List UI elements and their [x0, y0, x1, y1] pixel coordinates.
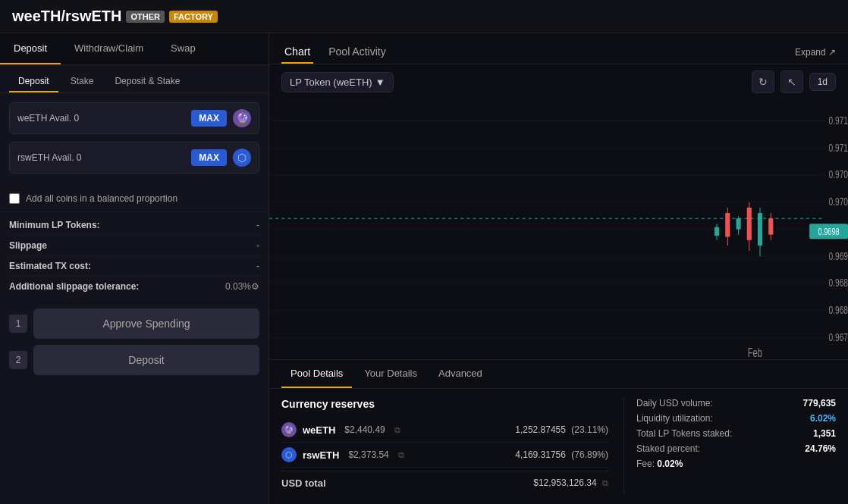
slippage-tolerance-row: Additional slippage tolerance: 0.03%⚙: [9, 277, 259, 296]
usd-total-label: USD total: [281, 477, 326, 489]
svg-rect-27: [747, 208, 752, 240]
fee-row: Fee: 0.02%: [636, 459, 836, 469]
lp-staked-row: Total LP Tokens staked: 1,351: [636, 428, 836, 439]
slippage-row: Slippage -: [9, 236, 259, 256]
lp-staked-label: Total LP Tokens staked:: [636, 428, 732, 439]
chart-svg: 0.9715 0.9710 0.9705 0.9700 0.9695 0.969…: [269, 99, 848, 359]
weeth-reserve-amount: 1,252.87455 (23.11%): [515, 424, 608, 435]
weeth-icon: 🔮: [233, 109, 251, 127]
rsweth-max-button[interactable]: MAX: [191, 149, 227, 166]
svg-text:Feb: Feb: [748, 346, 762, 359]
svg-text:0.9705: 0.9705: [829, 169, 848, 181]
expand-icon: ↗: [828, 47, 836, 58]
fee-label: Fee:: [636, 459, 655, 469]
pool-content: Currency reserves 🔮 weETH $2,440.49 ⧉ 1,…: [269, 389, 848, 504]
svg-rect-23: [725, 213, 730, 236]
sub-tab-deposit[interactable]: Deposit: [9, 71, 58, 92]
rsweth-reserve-name: rswETH: [303, 449, 339, 461]
pool-section: Pool Details Your Details Advanced Curre…: [269, 359, 848, 504]
main-tabs: Deposit Withdraw/Claim Swap: [0, 33, 269, 65]
rsweth-reserve-amount: 4,169.31756 (76.89%): [515, 449, 608, 460]
lp-staked-value: 1,351: [813, 428, 836, 439]
badge-factory: FACTORY: [169, 11, 218, 23]
cursor-button[interactable]: ↖: [780, 70, 803, 93]
svg-text:0.9715: 0.9715: [829, 114, 848, 127]
rsweth-label: rswETH Avail. 0: [17, 152, 185, 163]
balanced-label: Add all coins in a balanced proportion: [26, 193, 177, 204]
weeth-input-row: weETH Avail. 0 MAX 🔮: [9, 102, 259, 134]
svg-text:0.9690: 0.9690: [829, 250, 848, 262]
lp-token-selector[interactable]: LP Token (weETH) ▼: [281, 72, 394, 92]
step-2: 2: [9, 351, 27, 369]
timeframe-button[interactable]: 1d: [809, 73, 836, 91]
chart-right-controls: ↻ ↖ 1d: [752, 70, 836, 93]
rsweth-input-row: rswETH Avail. 0 MAX ⬡: [9, 142, 259, 174]
tab-pool-details[interactable]: Pool Details: [281, 360, 352, 388]
info-section: Minimum LP Tokens: - Slippage - Estimate…: [0, 211, 269, 299]
sub-tab-stake[interactable]: Stake: [61, 71, 103, 92]
tx-cost-row: Estimated TX cost: -: [9, 256, 259, 277]
usd-total-row: USD total $12,953,126.34 ⧉: [281, 471, 608, 495]
svg-text:0.9700: 0.9700: [829, 196, 848, 208]
svg-rect-29: [758, 213, 762, 246]
usd-copy-icon[interactable]: ⧉: [602, 478, 608, 487]
approve-spending-button[interactable]: Approve Spending: [33, 308, 259, 339]
slippage-tolerance-value: 0.03%⚙: [225, 281, 259, 292]
chart-section: Chart Pool Activity Expand ↗ LP Token (w…: [269, 33, 848, 359]
currency-reserves-title: Currency reserves: [281, 398, 608, 410]
min-lp-label: Minimum LP Tokens:: [9, 220, 100, 230]
weeth-max-button[interactable]: MAX: [191, 110, 227, 127]
daily-volume-label: Daily USD volume:: [636, 398, 713, 409]
tx-cost-label: Estimated TX cost:: [9, 261, 91, 271]
token-inputs: weETH Avail. 0 MAX 🔮 rswETH Avail. 0 MAX…: [0, 93, 269, 190]
weeth-reserve-usd: $2,440.49: [344, 424, 385, 435]
svg-text:0.9680: 0.9680: [829, 304, 848, 316]
svg-text:0.9710: 0.9710: [829, 142, 848, 154]
rsweth-icon: ⬡: [233, 149, 251, 167]
svg-text:0.9685: 0.9685: [829, 277, 848, 290]
slippage-tolerance-label: Additional slippage tolerance:: [9, 281, 139, 292]
deposit-row: 2 Deposit: [9, 345, 259, 375]
pool-tabs: Pool Details Your Details Advanced: [269, 360, 848, 389]
tab-advanced[interactable]: Advanced: [429, 360, 492, 388]
usd-total-value: $12,953,126.34 ⧉: [533, 477, 608, 489]
tab-chart[interactable]: Chart: [281, 41, 313, 64]
chart-controls: LP Token (weETH) ▼ ↻ ↖ 1d: [269, 64, 848, 99]
chart-tabs: Chart Pool Activity Expand ↗: [269, 33, 848, 64]
header: weeTH/rswETH OTHER FACTORY: [0, 0, 848, 33]
daily-volume-row: Daily USD volume: 779,635: [636, 398, 836, 409]
pool-right: Daily USD volume: 779,635 Liquidity util…: [623, 398, 836, 495]
min-lp-value: -: [256, 220, 259, 230]
sub-tabs: Deposit Stake Deposit & Stake: [0, 65, 269, 93]
badge-other: OTHER: [126, 11, 165, 23]
weeth-label: weETH Avail. 0: [17, 113, 185, 124]
balanced-row: Add all coins in a balanced proportion: [0, 190, 269, 211]
svg-rect-21: [715, 227, 719, 236]
slippage-value: -: [256, 240, 259, 251]
min-lp-row: Minimum LP Tokens: -: [9, 215, 259, 236]
expand-button[interactable]: Expand ↗: [795, 47, 836, 58]
tab-withdraw[interactable]: Withdraw/Claim: [61, 33, 157, 64]
right-panel: Chart Pool Activity Expand ↗ LP Token (w…: [269, 33, 848, 504]
weeth-reserve-name: weETH: [303, 424, 335, 436]
liquidity-value: 6.02%: [810, 413, 836, 424]
pool-left: Currency reserves 🔮 weETH $2,440.49 ⧉ 1,…: [281, 398, 608, 495]
tab-your-details[interactable]: Your Details: [355, 360, 426, 388]
deposit-button[interactable]: Deposit: [33, 345, 259, 375]
balanced-checkbox[interactable]: [9, 193, 20, 204]
tab-pool-activity[interactable]: Pool Activity: [325, 41, 388, 64]
weeth-copy-icon[interactable]: ⧉: [394, 425, 400, 435]
lp-token-label: LP Token (weETH): [290, 77, 372, 88]
staked-pct-label: Staked percent:: [636, 443, 700, 454]
rsweth-reserve-icon: ⬡: [281, 447, 297, 462]
page-title: weeTH/rswETH: [12, 8, 121, 25]
svg-rect-31: [768, 218, 773, 234]
tab-deposit[interactable]: Deposit: [0, 33, 61, 64]
tab-swap[interactable]: Swap: [157, 33, 209, 64]
rsweth-copy-icon[interactable]: ⧉: [398, 450, 404, 460]
approve-row: 1 Approve Spending: [9, 308, 259, 339]
sub-tab-deposit-stake[interactable]: Deposit & Stake: [105, 71, 189, 92]
svg-text:0.9698: 0.9698: [818, 226, 840, 236]
rsweth-reserve-row: ⬡ rswETH $2,373.54 ⧉ 4,169.31756 (76.89%…: [281, 443, 608, 468]
refresh-button[interactable]: ↻: [752, 70, 774, 93]
